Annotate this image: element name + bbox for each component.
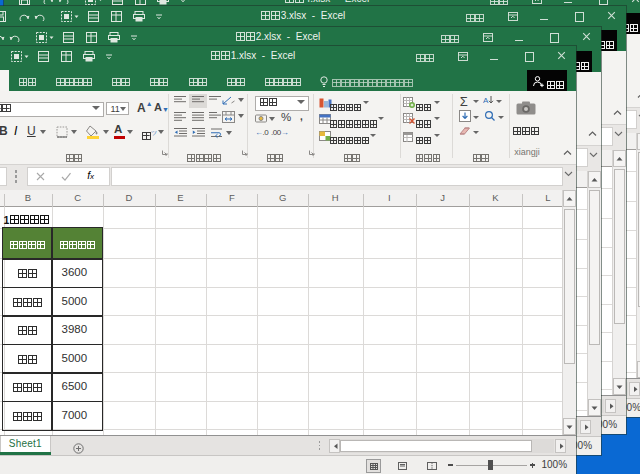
svg-text:A: A xyxy=(483,96,489,105)
